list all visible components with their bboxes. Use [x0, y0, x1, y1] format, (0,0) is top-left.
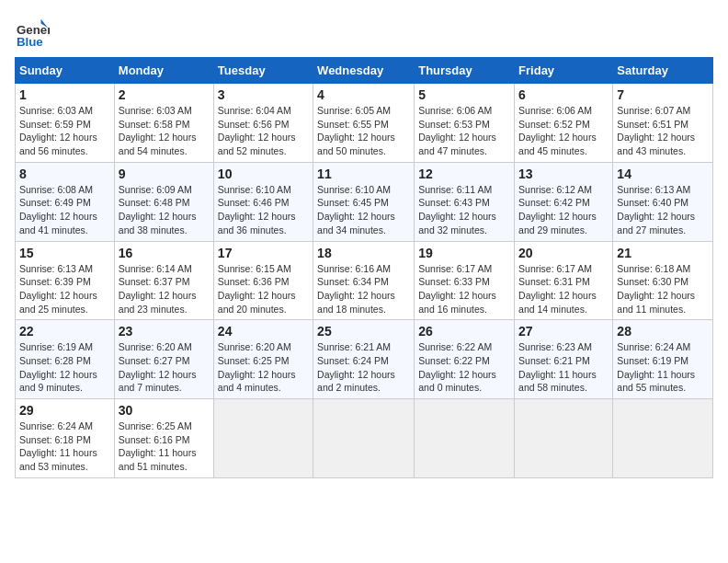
day-detail: Sunrise: 6:20 AM Sunset: 6:27 PM Dayligh… [119, 340, 210, 395]
day-detail: Sunrise: 6:03 AM Sunset: 6:58 PM Dayligh… [119, 104, 210, 158]
week-row-1: 8Sunrise: 6:08 AM Sunset: 6:49 PM Daylig… [16, 162, 713, 241]
day-cell: 30Sunrise: 6:25 AM Sunset: 6:16 PM Dayli… [114, 399, 213, 478]
day-cell: 29Sunrise: 6:24 AM Sunset: 6:18 PM Dayli… [16, 399, 115, 478]
day-detail: Sunrise: 6:24 AM Sunset: 6:19 PM Dayligh… [617, 340, 709, 395]
day-detail: Sunrise: 6:19 AM Sunset: 6:28 PM Dayligh… [19, 340, 110, 395]
day-detail: Sunrise: 6:07 AM Sunset: 6:51 PM Dayligh… [617, 104, 709, 158]
col-header-wednesday: Wednesday [313, 58, 415, 84]
day-detail: Sunrise: 6:05 AM Sunset: 6:55 PM Dayligh… [317, 104, 410, 158]
day-detail: Sunrise: 6:06 AM Sunset: 6:53 PM Dayligh… [418, 104, 510, 158]
day-cell: 22Sunrise: 6:19 AM Sunset: 6:28 PM Dayli… [16, 320, 115, 399]
day-number: 3 [218, 87, 309, 102]
day-detail: Sunrise: 6:20 AM Sunset: 6:25 PM Dayligh… [218, 340, 309, 395]
day-cell: 14Sunrise: 6:13 AM Sunset: 6:40 PM Dayli… [613, 162, 713, 241]
day-cell [613, 399, 713, 478]
day-number: 13 [518, 167, 609, 181]
day-detail: Sunrise: 6:17 AM Sunset: 6:33 PM Dayligh… [418, 262, 510, 316]
col-header-thursday: Thursday [415, 58, 515, 84]
day-detail: Sunrise: 6:21 AM Sunset: 6:24 PM Dayligh… [317, 340, 410, 395]
day-number: 30 [119, 403, 210, 418]
day-cell: 9Sunrise: 6:09 AM Sunset: 6:48 PM Daylig… [114, 162, 213, 241]
day-number: 7 [617, 87, 709, 102]
day-number: 5 [418, 87, 510, 102]
day-detail: Sunrise: 6:16 AM Sunset: 6:34 PM Dayligh… [317, 262, 410, 316]
day-cell: 12Sunrise: 6:11 AM Sunset: 6:43 PM Dayli… [415, 162, 515, 241]
day-cell: 1Sunrise: 6:03 AM Sunset: 6:59 PM Daylig… [16, 84, 115, 163]
day-number: 6 [518, 87, 609, 102]
day-detail: Sunrise: 6:10 AM Sunset: 6:46 PM Dayligh… [218, 183, 309, 237]
calendar-header: SundayMondayTuesdayWednesdayThursdayFrid… [16, 58, 713, 84]
day-number: 24 [218, 324, 309, 339]
col-header-monday: Monday [114, 58, 213, 84]
day-cell: 3Sunrise: 6:04 AM Sunset: 6:56 PM Daylig… [213, 84, 313, 163]
day-cell: 7Sunrise: 6:07 AM Sunset: 6:51 PM Daylig… [613, 84, 713, 163]
day-cell: 23Sunrise: 6:20 AM Sunset: 6:27 PM Dayli… [114, 320, 213, 399]
day-detail: Sunrise: 6:24 AM Sunset: 6:18 PM Dayligh… [19, 419, 110, 474]
day-cell: 24Sunrise: 6:20 AM Sunset: 6:25 PM Dayli… [213, 320, 313, 399]
calendar-table: SundayMondayTuesdayWednesdayThursdayFrid… [15, 57, 713, 478]
day-detail: Sunrise: 6:15 AM Sunset: 6:36 PM Dayligh… [218, 262, 309, 316]
col-header-sunday: Sunday [16, 58, 115, 84]
day-cell: 4Sunrise: 6:05 AM Sunset: 6:55 PM Daylig… [313, 84, 415, 163]
day-number: 15 [19, 246, 110, 260]
day-cell: 19Sunrise: 6:17 AM Sunset: 6:33 PM Dayli… [415, 241, 515, 320]
svg-text:Blue: Blue [17, 35, 43, 49]
day-number: 17 [218, 246, 309, 260]
day-number: 12 [418, 167, 510, 181]
day-number: 21 [617, 246, 709, 260]
day-detail: Sunrise: 6:10 AM Sunset: 6:45 PM Dayligh… [317, 183, 410, 237]
day-detail: Sunrise: 6:08 AM Sunset: 6:49 PM Dayligh… [19, 183, 110, 237]
day-number: 26 [418, 324, 510, 339]
day-detail: Sunrise: 6:09 AM Sunset: 6:48 PM Dayligh… [119, 183, 210, 237]
week-row-3: 22Sunrise: 6:19 AM Sunset: 6:28 PM Dayli… [16, 320, 713, 399]
day-number: 10 [218, 167, 309, 181]
day-number: 25 [317, 324, 410, 339]
day-number: 18 [317, 246, 410, 260]
day-detail: Sunrise: 6:12 AM Sunset: 6:42 PM Dayligh… [518, 183, 609, 237]
week-row-2: 15Sunrise: 6:13 AM Sunset: 6:39 PM Dayli… [16, 241, 713, 320]
col-header-saturday: Saturday [613, 58, 713, 84]
day-detail: Sunrise: 6:11 AM Sunset: 6:43 PM Dayligh… [418, 183, 510, 237]
day-cell: 27Sunrise: 6:23 AM Sunset: 6:21 PM Dayli… [515, 320, 613, 399]
day-detail: Sunrise: 6:18 AM Sunset: 6:30 PM Dayligh… [617, 262, 709, 316]
day-detail: Sunrise: 6:25 AM Sunset: 6:16 PM Dayligh… [119, 419, 210, 474]
day-cell: 26Sunrise: 6:22 AM Sunset: 6:22 PM Dayli… [415, 320, 515, 399]
day-number: 2 [119, 87, 210, 102]
header-row: SundayMondayTuesdayWednesdayThursdayFrid… [16, 58, 713, 84]
day-cell [213, 399, 313, 478]
day-number: 8 [19, 167, 110, 181]
day-cell: 11Sunrise: 6:10 AM Sunset: 6:45 PM Dayli… [313, 162, 415, 241]
day-cell: 5Sunrise: 6:06 AM Sunset: 6:53 PM Daylig… [415, 84, 515, 163]
day-detail: Sunrise: 6:04 AM Sunset: 6:56 PM Dayligh… [218, 104, 309, 158]
day-cell: 15Sunrise: 6:13 AM Sunset: 6:39 PM Dayli… [16, 241, 115, 320]
day-number: 23 [119, 324, 210, 339]
day-cell: 16Sunrise: 6:14 AM Sunset: 6:37 PM Dayli… [114, 241, 213, 320]
day-number: 20 [518, 246, 609, 260]
day-number: 27 [518, 324, 609, 339]
page-header: General Blue [15, 15, 713, 50]
logo: General Blue [15, 15, 53, 50]
day-number: 9 [119, 167, 210, 181]
day-cell: 10Sunrise: 6:10 AM Sunset: 6:46 PM Dayli… [213, 162, 313, 241]
day-cell: 28Sunrise: 6:24 AM Sunset: 6:19 PM Dayli… [613, 320, 713, 399]
day-cell [313, 399, 415, 478]
logo-icon: General Blue [15, 15, 50, 50]
week-row-0: 1Sunrise: 6:03 AM Sunset: 6:59 PM Daylig… [16, 84, 713, 163]
day-cell [415, 399, 515, 478]
day-detail: Sunrise: 6:14 AM Sunset: 6:37 PM Dayligh… [119, 262, 210, 316]
day-cell: 2Sunrise: 6:03 AM Sunset: 6:58 PM Daylig… [114, 84, 213, 163]
day-number: 14 [617, 167, 709, 181]
calendar-body: 1Sunrise: 6:03 AM Sunset: 6:59 PM Daylig… [16, 84, 713, 478]
day-detail: Sunrise: 6:23 AM Sunset: 6:21 PM Dayligh… [518, 340, 609, 395]
day-cell: 8Sunrise: 6:08 AM Sunset: 6:49 PM Daylig… [16, 162, 115, 241]
day-detail: Sunrise: 6:17 AM Sunset: 6:31 PM Dayligh… [518, 262, 609, 316]
day-cell: 25Sunrise: 6:21 AM Sunset: 6:24 PM Dayli… [313, 320, 415, 399]
day-number: 11 [317, 167, 410, 181]
day-detail: Sunrise: 6:03 AM Sunset: 6:59 PM Dayligh… [19, 104, 110, 158]
day-detail: Sunrise: 6:13 AM Sunset: 6:39 PM Dayligh… [19, 262, 110, 316]
day-detail: Sunrise: 6:22 AM Sunset: 6:22 PM Dayligh… [418, 340, 510, 395]
day-detail: Sunrise: 6:06 AM Sunset: 6:52 PM Dayligh… [518, 104, 609, 158]
col-header-tuesday: Tuesday [213, 58, 313, 84]
col-header-friday: Friday [515, 58, 613, 84]
day-number: 19 [418, 246, 510, 260]
